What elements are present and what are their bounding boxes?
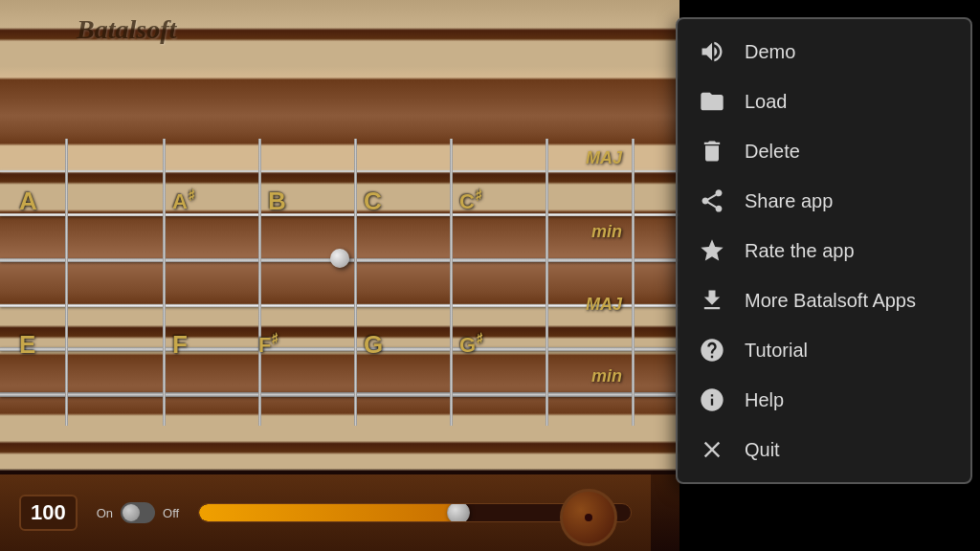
x-icon xyxy=(697,434,727,465)
menu-item-demo[interactable]: Demo xyxy=(678,27,970,77)
brand-label: Batalsoft xyxy=(77,14,176,45)
fret-2 xyxy=(258,139,261,426)
volume-display: 100 xyxy=(19,495,78,531)
maj-label-top: MAJ xyxy=(586,148,622,168)
min-label-top: min xyxy=(591,222,622,242)
share-icon xyxy=(697,186,727,216)
guitar-background: Batalsoft A A♯ B C C♯ MAJ min E F F♯ G G… xyxy=(0,0,679,551)
toggle-switch[interactable] xyxy=(121,502,155,523)
quit-label: Quit xyxy=(745,439,780,461)
note-Gs: G♯ xyxy=(459,330,483,358)
rate-label: Rate the app xyxy=(745,240,855,262)
demo-label: Demo xyxy=(745,41,795,63)
string-5 xyxy=(0,347,679,351)
slider-fill xyxy=(199,504,457,521)
fret-3 xyxy=(354,139,357,426)
knob-center xyxy=(585,514,592,521)
load-label: Load xyxy=(745,91,788,113)
fret-6 xyxy=(632,139,635,426)
fret-1 xyxy=(163,139,166,426)
dropdown-menu: Demo Load Delete Share app xyxy=(676,17,972,484)
more-label: More Batalsoft Apps xyxy=(745,290,916,312)
note-B: B xyxy=(268,187,286,216)
delete-label: Delete xyxy=(745,141,800,163)
menu-item-rate[interactable]: Rate the app xyxy=(678,226,970,276)
string-2 xyxy=(0,213,679,216)
note-C: C xyxy=(364,187,382,216)
menu-item-more[interactable]: More Batalsoft Apps xyxy=(678,276,970,325)
menu-item-delete[interactable]: Delete xyxy=(678,126,970,176)
note-Cs: C♯ xyxy=(459,187,482,214)
help-label: Help xyxy=(745,389,784,411)
menu-item-load[interactable]: Load xyxy=(678,77,970,126)
slider-thumb[interactable] xyxy=(447,503,470,522)
note-As: A♯ xyxy=(172,187,195,214)
min-label-bottom: min xyxy=(591,366,622,386)
tutorial-label: Tutorial xyxy=(745,340,808,362)
note-Fs: F♯ xyxy=(258,330,278,358)
download-icon xyxy=(697,285,727,316)
guitar-knob xyxy=(560,489,617,546)
note-F: F xyxy=(172,330,188,360)
string-1 xyxy=(0,170,679,172)
note-E: E xyxy=(19,330,35,360)
fret-4 xyxy=(450,139,453,426)
share-label: Share app xyxy=(745,190,833,212)
star-icon xyxy=(697,235,727,266)
note-G: G xyxy=(364,330,383,360)
string-4 xyxy=(0,304,679,307)
info-icon xyxy=(697,385,727,415)
toggle-knob xyxy=(122,504,140,521)
fret-5 xyxy=(546,139,548,426)
menu-item-share[interactable]: Share app xyxy=(678,176,970,226)
note-A: A xyxy=(19,187,37,216)
folder-icon xyxy=(697,86,727,117)
off-label: Off xyxy=(163,506,179,520)
dot-indicator xyxy=(330,249,349,268)
menu-item-quit[interactable]: Quit xyxy=(678,425,970,474)
bottom-controls: 100 On Off xyxy=(0,474,651,551)
string-6 xyxy=(0,392,679,397)
toggle-group[interactable]: On Off xyxy=(97,502,179,523)
menu-item-help[interactable]: Help xyxy=(678,375,970,425)
speaker-icon xyxy=(697,36,727,67)
on-label: On xyxy=(97,506,113,520)
trash-icon xyxy=(697,136,727,166)
question-icon xyxy=(697,335,727,365)
maj-label-bottom: MAJ xyxy=(586,295,622,315)
menu-item-tutorial[interactable]: Tutorial xyxy=(678,325,970,375)
nut xyxy=(65,139,68,426)
